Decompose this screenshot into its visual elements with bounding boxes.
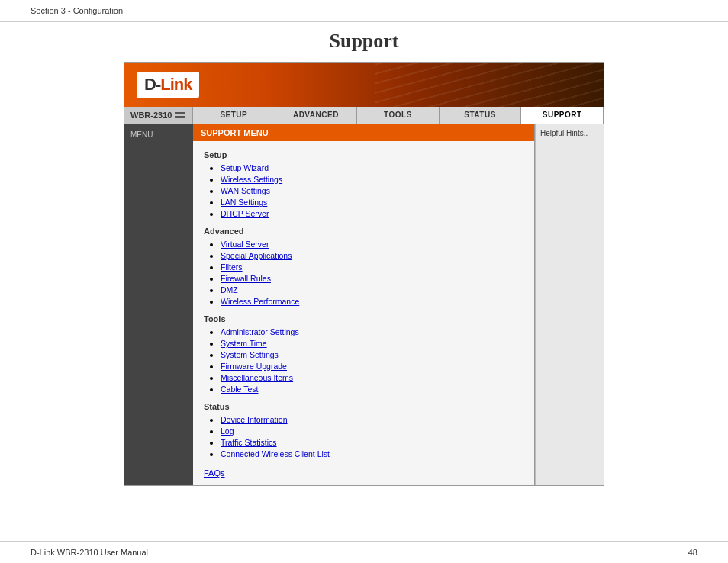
list-item: Firmware Upgrade: [221, 361, 523, 372]
support-content: SUPPORT MENU Setup Setup Wizard Wireless…: [193, 124, 535, 485]
link-wireless-client-list[interactable]: Connected Wireless Client List: [221, 449, 330, 458]
footer-left: D-Link WBR-2310 User Manual: [31, 548, 148, 557]
page-title: Support: [0, 22, 728, 62]
section-heading-advanced: Advanced: [204, 227, 523, 236]
list-item: Connected Wireless Client List: [221, 449, 523, 459]
model-bars-icon: [175, 112, 185, 118]
link-misc-items[interactable]: Miscellaneous Items: [221, 373, 293, 382]
dlink-logo: D-Link: [137, 72, 199, 98]
list-item: Log: [221, 426, 523, 436]
link-device-info[interactable]: Device Information: [221, 415, 288, 424]
router-frame: D-Link WBR-2310 SETUP ADVANCED TOOLS STA…: [124, 62, 604, 486]
faqs-section: FAQs: [204, 468, 523, 478]
status-links: Device Information Log Traffic Statistic…: [204, 414, 523, 459]
footer: D-Link WBR-2310 User Manual 48: [0, 541, 728, 563]
sidebar-label: MENU: [124, 127, 193, 142]
section-heading-tools: Tools: [204, 314, 523, 323]
list-item: Virtual Server: [221, 239, 523, 249]
footer-right: 48: [688, 548, 697, 557]
link-firewall-rules[interactable]: Firewall Rules: [221, 274, 271, 283]
link-system-time[interactable]: System Time: [221, 339, 267, 348]
list-item: Cable Test: [221, 384, 523, 394]
tab-status[interactable]: STATUS: [440, 107, 522, 124]
link-setup-wizard[interactable]: Setup Wizard: [221, 163, 269, 172]
nav-bar: WBR-2310 SETUP ADVANCED TOOLS STATUS SUP…: [124, 107, 604, 124]
link-wireless-perf[interactable]: Wireless Performance: [221, 297, 299, 306]
list-item: Traffic Statistics: [221, 437, 523, 448]
section-heading-status: Status: [204, 402, 523, 411]
support-body: Setup Setup Wizard Wireless Settings WAN…: [193, 141, 534, 485]
link-virtual-server[interactable]: Virtual Server: [221, 240, 269, 249]
nav-model: WBR-2310: [124, 107, 193, 124]
list-item: Special Applications: [221, 250, 523, 261]
advanced-links: Virtual Server Special Applications Filt…: [204, 239, 523, 307]
tab-tools[interactable]: TOOLS: [357, 107, 440, 124]
link-firmware-upgrade[interactable]: Firmware Upgrade: [221, 362, 287, 371]
list-item: Miscellaneous Items: [221, 372, 523, 383]
sidebar: MENU: [124, 124, 193, 485]
tools-links: Administrator Settings System Time Syste…: [204, 327, 523, 394]
dlink-header: D-Link: [124, 63, 604, 107]
link-special-apps[interactable]: Special Applications: [221, 251, 292, 260]
support-menu-header: SUPPORT MENU: [193, 124, 534, 141]
list-item: Device Information: [221, 414, 523, 425]
link-admin-settings[interactable]: Administrator Settings: [221, 327, 299, 336]
link-cable-test[interactable]: Cable Test: [221, 384, 258, 394]
list-item: Wireless Performance: [221, 296, 523, 307]
link-dhcp-server[interactable]: DHCP Server: [221, 209, 269, 218]
list-item: Filters: [221, 262, 523, 272]
link-filters[interactable]: Filters: [221, 262, 243, 272]
list-item: DMZ: [221, 285, 523, 295]
list-item: System Time: [221, 338, 523, 349]
helpful-hints-panel: Helpful Hints..: [535, 124, 604, 485]
link-dmz[interactable]: DMZ: [221, 285, 238, 294]
tab-advanced[interactable]: ADVANCED: [275, 107, 358, 124]
list-item: System Settings: [221, 349, 523, 360]
list-item: LAN Settings: [221, 197, 523, 208]
link-lan-settings[interactable]: LAN Settings: [221, 198, 267, 207]
link-faqs[interactable]: FAQs: [204, 468, 225, 478]
list-item: Administrator Settings: [221, 327, 523, 337]
link-log[interactable]: Log: [221, 426, 234, 436]
dlink-logo-text: D-Link: [144, 75, 192, 94]
list-item: Firewall Rules: [221, 273, 523, 284]
link-traffic-stats[interactable]: Traffic Statistics: [221, 438, 277, 447]
link-system-settings[interactable]: System Settings: [221, 350, 279, 359]
setup-links: Setup Wizard Wireless Settings WAN Setti…: [204, 162, 523, 219]
tab-support[interactable]: SUPPORT: [521, 107, 604, 124]
list-item: DHCP Server: [221, 208, 523, 219]
list-item: Wireless Settings: [221, 174, 523, 185]
main-content: MENU SUPPORT MENU Setup Setup Wizard Wir…: [124, 124, 604, 485]
link-wan-settings[interactable]: WAN Settings: [221, 186, 270, 195]
section-heading-setup: Setup: [204, 150, 523, 159]
breadcrumb: Section 3 - Configuration: [0, 0, 728, 22]
list-item: Setup Wizard: [221, 162, 523, 173]
helpful-hints-label: Helpful Hints..: [540, 129, 588, 137]
link-wireless-settings[interactable]: Wireless Settings: [221, 175, 282, 184]
tab-setup[interactable]: SETUP: [193, 107, 275, 124]
list-item: WAN Settings: [221, 185, 523, 196]
